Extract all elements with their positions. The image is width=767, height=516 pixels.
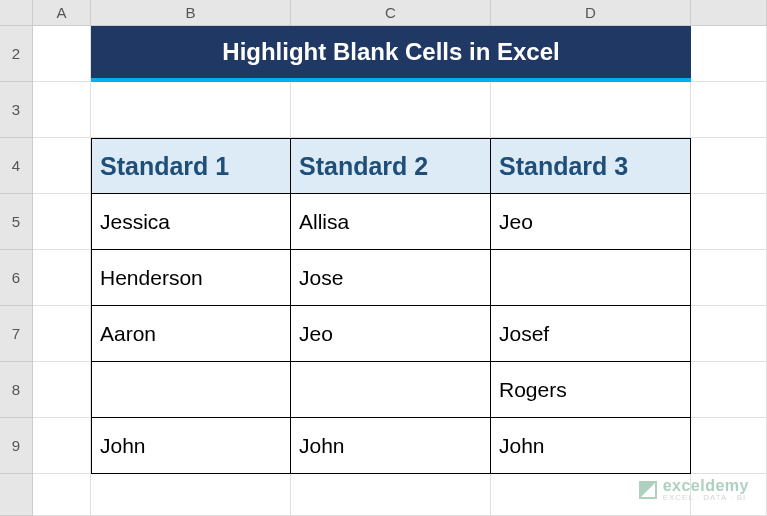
cell-right-3[interactable] bbox=[691, 82, 767, 138]
title-cell[interactable]: Highlight Blank Cells in Excel bbox=[91, 26, 691, 82]
cell-A8[interactable] bbox=[33, 362, 91, 418]
cell-B3[interactable] bbox=[91, 82, 291, 138]
row-head-5[interactable]: 5 bbox=[0, 194, 33, 250]
table-cell[interactable]: Aaron bbox=[91, 306, 291, 362]
table-cell[interactable]: John bbox=[291, 418, 491, 474]
spreadsheet: A B C D 2 Highlight Blank Cells in Excel… bbox=[0, 0, 767, 516]
table-header-1[interactable]: Standard 1 bbox=[91, 138, 291, 194]
col-head-A[interactable]: A bbox=[33, 0, 91, 26]
watermark-text: exceldemy bbox=[663, 478, 749, 494]
watermark-logo-icon bbox=[639, 481, 657, 499]
col-head-B[interactable]: B bbox=[91, 0, 291, 26]
cell-extra[interactable] bbox=[33, 474, 91, 516]
table-cell[interactable]: Henderson bbox=[91, 250, 291, 306]
table-cell[interactable] bbox=[91, 362, 291, 418]
cell-A3[interactable] bbox=[33, 82, 91, 138]
table-cell[interactable]: John bbox=[491, 418, 691, 474]
cell-A2[interactable] bbox=[33, 26, 91, 82]
cell-right-9[interactable] bbox=[691, 418, 767, 474]
col-head-D[interactable]: D bbox=[491, 0, 691, 26]
watermark: exceldemy EXCEL · DATA · BI bbox=[639, 478, 749, 502]
table-cell[interactable]: John bbox=[91, 418, 291, 474]
cell-D3[interactable] bbox=[491, 82, 691, 138]
table-cell[interactable]: Jeo bbox=[291, 306, 491, 362]
row-head-8[interactable]: 8 bbox=[0, 362, 33, 418]
cell-extra[interactable] bbox=[291, 474, 491, 516]
row-head-9[interactable]: 9 bbox=[0, 418, 33, 474]
watermark-subtext: EXCEL · DATA · BI bbox=[663, 494, 749, 502]
row-head-6[interactable]: 6 bbox=[0, 250, 33, 306]
cell-C3[interactable] bbox=[291, 82, 491, 138]
cell-right-2[interactable] bbox=[691, 26, 767, 82]
table-cell[interactable]: Allisa bbox=[291, 194, 491, 250]
table-cell[interactable]: Jose bbox=[291, 250, 491, 306]
corner-cell[interactable] bbox=[0, 0, 33, 26]
row-head-2[interactable]: 2 bbox=[0, 26, 33, 82]
cell-right-4[interactable] bbox=[691, 138, 767, 194]
table-header-2[interactable]: Standard 2 bbox=[291, 138, 491, 194]
table-cell[interactable]: Jessica bbox=[91, 194, 291, 250]
row-head-7[interactable]: 7 bbox=[0, 306, 33, 362]
cell-A7[interactable] bbox=[33, 306, 91, 362]
row-head-4[interactable]: 4 bbox=[0, 138, 33, 194]
cell-A5[interactable] bbox=[33, 194, 91, 250]
cell-right-6[interactable] bbox=[691, 250, 767, 306]
col-head-extra[interactable] bbox=[691, 0, 767, 26]
cell-A9[interactable] bbox=[33, 418, 91, 474]
cell-extra[interactable] bbox=[91, 474, 291, 516]
table-header-3[interactable]: Standard 3 bbox=[491, 138, 691, 194]
table-cell[interactable] bbox=[291, 362, 491, 418]
cell-right-7[interactable] bbox=[691, 306, 767, 362]
table-cell[interactable] bbox=[491, 250, 691, 306]
cell-A6[interactable] bbox=[33, 250, 91, 306]
col-head-C[interactable]: C bbox=[291, 0, 491, 26]
cell-right-8[interactable] bbox=[691, 362, 767, 418]
row-head-extra[interactable] bbox=[0, 474, 33, 516]
table-cell[interactable]: Josef bbox=[491, 306, 691, 362]
row-head-3[interactable]: 3 bbox=[0, 82, 33, 138]
table-cell[interactable]: Rogers bbox=[491, 362, 691, 418]
table-cell[interactable]: Jeo bbox=[491, 194, 691, 250]
cell-A4[interactable] bbox=[33, 138, 91, 194]
cell-right-5[interactable] bbox=[691, 194, 767, 250]
